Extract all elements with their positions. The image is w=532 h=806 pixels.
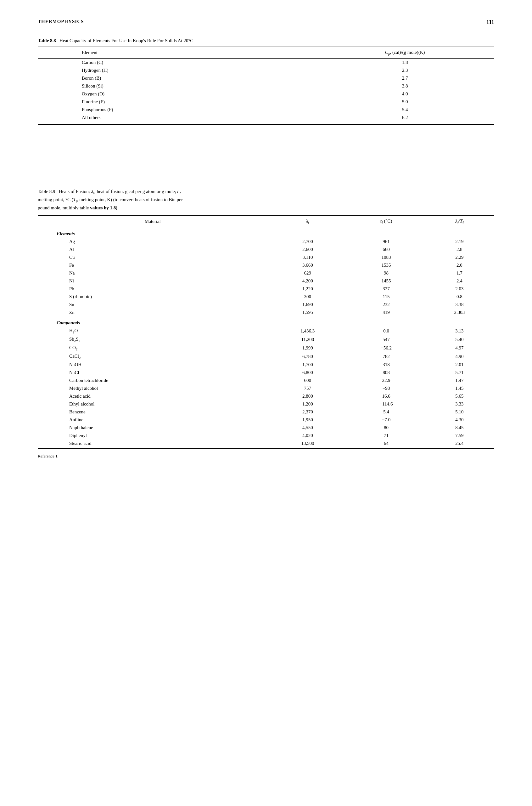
- table-88-header-row: Element Cp, (cal)/(g mole)(K): [38, 47, 494, 58]
- tf-value: −114.6: [348, 400, 425, 408]
- table-row: Boron (B) 2.7: [38, 74, 494, 82]
- reference: Reference 1.: [38, 454, 494, 459]
- ratio-value: 3.38: [425, 301, 494, 309]
- material-name: Stearic acid: [38, 440, 267, 447]
- lambda-value: 1,999: [267, 344, 348, 352]
- table-row: Phosphorous (P) 5.4: [38, 106, 494, 114]
- ratio-value: 5.10: [425, 408, 494, 416]
- table-89-title-text: Heats of Fusion; λf, heat of fusion, g c…: [38, 189, 183, 210]
- tf-value: 115: [348, 293, 425, 301]
- material-name: Diphenyl: [38, 432, 267, 440]
- tf-value: −7.0: [348, 416, 425, 424]
- material-name: Fe: [38, 261, 267, 269]
- lambda-value: 1,690: [267, 301, 348, 309]
- ratio-value: 5.65: [425, 392, 494, 400]
- material-name: Sb2S2: [38, 335, 267, 344]
- element-name: Fluorine (F): [38, 98, 316, 106]
- table-row: Oxygen (O) 4.0: [38, 90, 494, 98]
- ratio-value: 7.59: [425, 432, 494, 440]
- tf-value: 1455: [348, 277, 425, 285]
- tf-value: 318: [348, 361, 425, 369]
- ratio-value: 4.90: [425, 352, 494, 361]
- table-row: Elements: [38, 227, 494, 238]
- table-88-label: Table 8.8: [38, 38, 56, 43]
- element-name: Silicon (Si): [38, 82, 316, 90]
- material-name: Na: [38, 269, 267, 277]
- table-row: Ag 2,700 961 2.19: [38, 238, 494, 245]
- table-88-col1-header: Element: [38, 47, 316, 58]
- lambda-value: 11,200: [267, 335, 348, 344]
- table-row: H2O 1,436.3 0.0 3.13: [38, 327, 494, 335]
- tf-value: 419: [348, 309, 425, 316]
- material-name: Zn: [38, 309, 267, 316]
- table-88: Element Cp, (cal)/(g mole)(K) Carbon (C)…: [38, 47, 494, 124]
- tf-value: 64: [348, 440, 425, 447]
- lambda-value: 2,370: [267, 408, 348, 416]
- material-name: Pb: [38, 285, 267, 293]
- ratio-value: 0.8: [425, 293, 494, 301]
- table-row: Hydrogen (H) 2.3: [38, 67, 494, 74]
- cp-value: 2.3: [316, 67, 494, 74]
- table-row: Diphenyl 4,020 71 7.59: [38, 432, 494, 440]
- table-row: All others 6.2: [38, 114, 494, 124]
- page-header: THERMOPHYSICS 111: [38, 19, 494, 25]
- ratio-value: 2.03: [425, 285, 494, 293]
- lambda-value: 1,200: [267, 400, 348, 408]
- table-row: Cu 3,110 1083 2.29: [38, 254, 494, 261]
- lambda-value: 629: [267, 269, 348, 277]
- cp-value: 6.2: [316, 114, 494, 124]
- table-row: CaCl2 6,780 782 4.90: [38, 352, 494, 361]
- table-row: Carbon tetrachloride 600 22.9 1.47: [38, 377, 494, 384]
- table-89-col2-header: λf: [267, 216, 348, 227]
- table-row: Al 2,600 660 2.8: [38, 245, 494, 254]
- element-name: Boron (B): [38, 74, 316, 82]
- tf-value: −56.2: [348, 344, 425, 352]
- table-row: Compounds: [38, 316, 494, 327]
- table-row: Carbon (C) 1.8: [38, 58, 494, 67]
- table-row: NaOH 1,700 318 2.01: [38, 361, 494, 369]
- lambda-value: 1,436.3: [267, 327, 348, 335]
- material-name: Carbon tetrachloride: [38, 377, 267, 384]
- tf-value: 961: [348, 238, 425, 245]
- tf-value: 22.9: [348, 377, 425, 384]
- table-row: S (rhombic) 300 115 0.8: [38, 293, 494, 301]
- cp-value: 5.0: [316, 98, 494, 106]
- table-89-col3-header: tf (°C): [348, 216, 425, 227]
- element-name: Hydrogen (H): [38, 67, 316, 74]
- table-row: Na 629 98 1.7: [38, 269, 494, 277]
- lambda-value: 1,220: [267, 285, 348, 293]
- section-elements-label: Elements: [38, 227, 494, 238]
- tf-value: 327: [348, 285, 425, 293]
- material-name: NaOH: [38, 361, 267, 369]
- lambda-value: 1,950: [267, 416, 348, 424]
- tf-value: 782: [348, 352, 425, 361]
- element-name: All others: [38, 114, 316, 124]
- material-name: CO2: [38, 344, 267, 352]
- lambda-value: 6,780: [267, 352, 348, 361]
- table-row: Sb2S2 11,200 547 5.40: [38, 335, 494, 344]
- material-name: Aniline: [38, 416, 267, 424]
- tf-value: 71: [348, 432, 425, 440]
- table-row: NaCl 6,800 808 5.71: [38, 369, 494, 377]
- ratio-value: 4.97: [425, 344, 494, 352]
- tf-value: 98: [348, 269, 425, 277]
- ratio-value: 4.30: [425, 416, 494, 424]
- tf-value: 808: [348, 369, 425, 377]
- ratio-value: 25.4: [425, 440, 494, 447]
- lambda-value: 300: [267, 293, 348, 301]
- page-number: 111: [487, 19, 494, 25]
- material-name: Ethyl alcohol: [38, 400, 267, 408]
- lambda-value: 2,800: [267, 392, 348, 400]
- ratio-value: 2.4: [425, 277, 494, 285]
- ratio-value: 8.45: [425, 424, 494, 432]
- table-row: Benzene 2,370 5.4 5.10: [38, 408, 494, 416]
- lambda-value: 6,800: [267, 369, 348, 377]
- element-name: Phosphorous (P): [38, 106, 316, 114]
- table-row: Methyl alcohol 757 −98 1.45: [38, 384, 494, 392]
- table-88-caption: Table 8.8 Heat Capacity of Elements For …: [38, 38, 494, 43]
- ratio-value: 1.45: [425, 384, 494, 392]
- ratio-value: 2.0: [425, 261, 494, 269]
- table-row: Pb 1,220 327 2.03: [38, 285, 494, 293]
- table-row: CO2 1,999 −56.2 4.97: [38, 344, 494, 352]
- material-name: NaCl: [38, 369, 267, 377]
